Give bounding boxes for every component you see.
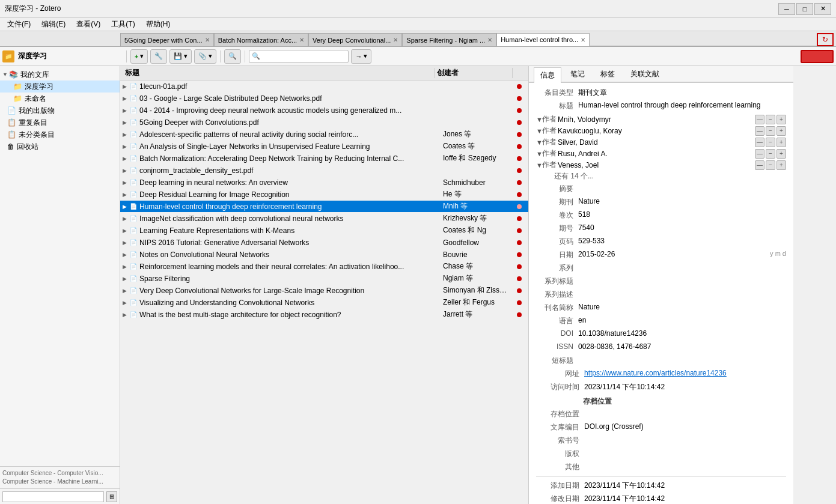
table-row[interactable]: ▶ 📄 An Analysis of Single-Layer Networks… [120,141,528,153]
col-title-header[interactable]: 标题 [123,68,435,78]
table-row[interactable]: ▶ 📄 conjnorm_tractable_density_est.pdf [120,165,528,177]
more-authors[interactable]: 还有 14 个... [554,171,786,181]
tab-tags[interactable]: 标签 [594,66,621,82]
table-row[interactable]: ▶ 📄 Reinforcement learning models and th… [120,261,528,273]
author-add-4[interactable]: + [777,160,786,170]
access-date-value: 2023/11/14 下午10:14:42 [584,382,786,393]
sidebar-search-input[interactable] [2,491,104,502]
menu-tools[interactable]: 工具(T) [106,18,139,31]
author-remove-2[interactable]: − [766,138,775,147]
maximize-button[interactable]: □ [796,3,813,15]
author-add-2[interactable]: + [777,138,786,147]
tools-button[interactable]: 🔧 [150,49,167,64]
red-dot-icon [517,300,522,305]
author-move-up-0[interactable]: — [755,115,764,124]
sidebar-item-unnamed[interactable]: 📁 未命名 [0,93,120,105]
sidebar-bottom-bar: ⊞ [0,488,120,504]
url-value[interactable]: https://www.nature.com/articles/nature14… [584,369,786,380]
author-move-up-4[interactable]: — [755,160,764,170]
table-row[interactable]: ▶ 📄 Batch Normalization: Accelerating De… [120,153,528,165]
table-row[interactable]: ▶ 📄 Deep Residual Learning for Image Rec… [120,189,528,201]
table-row[interactable]: ▶ 📄 03 - Google - Large Scale Distribute… [120,93,528,105]
tab-info[interactable]: 信息 [534,67,561,83]
table-row[interactable]: ▶ 📄 Learning Feature Representations wit… [120,225,528,237]
row-arrow-icon: ▶ [123,96,129,102]
tab-2-close[interactable]: ✕ [393,37,398,43]
tab-4[interactable]: Human-level control thro... ✕ [496,33,590,46]
table-row[interactable]: ▶ 📄 1lecun-01a.pdf [120,80,528,93]
table-row-selected[interactable]: ▶ 📄 Human-level control through deep rei… [120,201,528,213]
tab-3[interactable]: Sparse Filtering - Ngiam ... ✕ [402,33,496,46]
table-row[interactable]: ▶ 📄 Visualizing and Understanding Convol… [120,297,528,309]
table-row[interactable]: ▶ 📄 04 - 2014 - Improving deep neural ne… [120,105,528,117]
minimize-button[interactable]: ─ [778,3,795,15]
tab-notes[interactable]: 笔记 [564,66,591,82]
red-dot-icon [517,156,522,161]
nav-forward-button[interactable]: → ▾ [351,49,371,64]
menu-view[interactable]: 查看(V) [72,18,105,31]
author-add-0[interactable]: + [777,115,786,124]
sep-1 [126,50,127,62]
table-row[interactable]: ▶ 📄 Adolescent-specific patterns of neur… [120,129,528,141]
table-row[interactable]: ▶ 📄 What is the best multi-stage archite… [120,309,528,321]
highlight-box[interactable] [801,50,834,63]
table-row[interactable]: ▶ 📄 ImageNet classification with deep co… [120,213,528,225]
row-arrow-icon: ▶ [123,156,129,162]
sidebar-item-my-publications[interactable]: 📄 我的出版物 [0,105,120,117]
tab-2[interactable]: Very Deep Convolutional... ✕ [308,33,402,46]
author-move-up-3[interactable]: — [755,149,764,159]
author-remove-1[interactable]: − [766,126,775,136]
tab-0[interactable]: 5Going Deeper with Con... ✕ [120,33,214,46]
tag-selector-button[interactable]: ⊞ [106,491,117,502]
tab-related[interactable]: 关联文献 [624,66,666,82]
tab-4-close[interactable]: ✕ [581,37,585,43]
search-all-button[interactable]: 🔍 [224,49,241,64]
added-date-label: 添加日期 [536,481,584,491]
author-move-up-2[interactable]: — [755,138,764,147]
file-row-author: Krizhevsky 等 [441,213,513,223]
table-row[interactable]: ▶ 📄 5Going Deeper with Convolutions.pdf [120,117,528,129]
red-dot-icon [517,180,522,185]
red-dot-icon [517,192,522,197]
attach-button[interactable]: 📎 ▾ [194,49,216,64]
tab-1[interactable]: Batch Normalization: Acc... ✕ [214,33,308,46]
tab-1-close[interactable]: ✕ [299,37,304,43]
author-remove-4[interactable]: − [766,160,775,170]
table-row[interactable]: ▶ 📄 Very Deep Convolutional Networks for… [120,285,528,297]
author-add-1[interactable]: + [777,126,786,136]
author-move-up-1[interactable]: — [755,126,764,136]
series-text-value [578,290,786,300]
sidebar-item-my-library[interactable]: ▼ 📚 我的文库 [0,68,120,80]
sidebar-item-trash[interactable]: 🗑 回收站 [0,141,120,153]
sidebar-item-duplicates[interactable]: 📋 重复条目 [0,117,120,129]
table-row[interactable]: ▶ 📄 Sparse Filtering Ngiam 等 [120,273,528,285]
save-button[interactable]: 💾 ▾ [169,49,192,64]
menu-edit[interactable]: 编辑(E) [37,18,70,31]
col-author-header[interactable]: 创建者 [435,68,513,78]
sidebar-item-unfiled[interactable]: 📋 未分类条目 [0,129,120,141]
table-row[interactable]: ▶ 📄 Notes on Convolutional Neural Networ… [120,249,528,261]
file-row-author: Jones 等 [441,129,513,139]
close-button[interactable]: ✕ [814,3,831,15]
sidebar-item-shenduxuexi[interactable]: 📁 深度学习 [0,80,120,93]
author-add-3[interactable]: + [777,149,786,159]
section-divider [536,476,786,477]
menu-file[interactable]: 文件(F) [2,18,35,31]
table-row[interactable]: ▶ 📄 NIPS 2016 Tutorial: Generative Adver… [120,237,528,249]
new-item-button[interactable]: + ▾ [130,49,148,64]
added-date-value: 2023/11/14 下午10:14:42 [584,481,786,491]
author-remove-3[interactable]: − [766,149,775,159]
refresh-button[interactable]: ↻ [817,33,834,46]
item-type-row: 条目类型 期刊文章 [536,88,786,99]
tab-0-close[interactable]: ✕ [205,37,210,43]
menu-help[interactable]: 帮助(H) [141,18,175,31]
doc-icon: 📄 [130,227,137,234]
row-arrow-icon: ▶ [123,252,129,258]
volume-label: 卷次 [536,210,578,221]
author-remove-0[interactable]: − [766,115,775,124]
red-dot-icon [517,288,522,293]
search-box[interactable]: 🔍 [249,50,349,63]
search-input[interactable] [261,53,346,60]
table-row[interactable]: ▶ 📄 Deep learning in neural networks: An… [120,177,528,189]
tab-3-close[interactable]: ✕ [487,37,492,43]
